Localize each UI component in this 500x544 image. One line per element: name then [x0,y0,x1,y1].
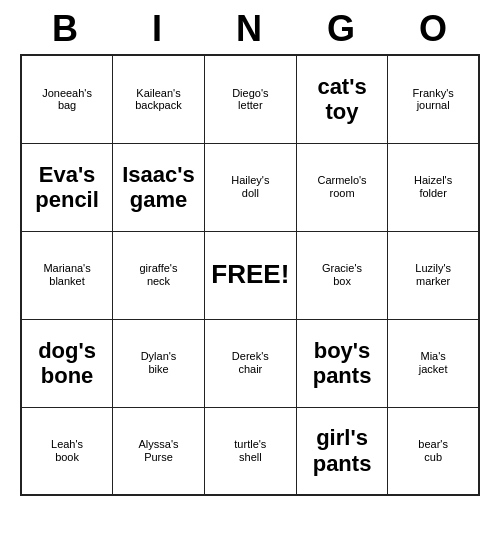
cell-r1-c3: Carmelo'sroom [296,143,388,231]
cell-r3-c1: Dylan'sbike [113,319,205,407]
cell-r2-c0: Mariana'sblanket [21,231,113,319]
cell-r4-c2: turtle'sshell [204,407,296,495]
cell-r4-c3: girl'spants [296,407,388,495]
bingo-title: BINGO [20,0,480,54]
cell-r0-c0: Joneeah'sbag [21,55,113,143]
cell-r0-c4: Franky'sjournal [388,55,479,143]
cell-r3-c2: Derek'schair [204,319,296,407]
cell-r4-c0: Leah'sbook [21,407,113,495]
cell-r2-c4: Luzily'smarker [388,231,479,319]
cell-r1-c2: Hailey'sdoll [204,143,296,231]
cell-r1-c4: Haizel'sfolder [388,143,479,231]
cell-r2-c1: giraffe'sneck [113,231,205,319]
cell-r4-c4: bear'scub [388,407,479,495]
cell-r2-c3: Gracie'sbox [296,231,388,319]
cell-r4-c1: Alyssa'sPurse [113,407,205,495]
bingo-grid: Joneeah'sbagKailean'sbackpackDiego'slett… [20,54,480,496]
cell-r0-c3: cat'stoy [296,55,388,143]
cell-r0-c1: Kailean'sbackpack [113,55,205,143]
bingo-letter: N [210,8,290,50]
bingo-letter: G [302,8,382,50]
cell-r3-c3: boy'spants [296,319,388,407]
cell-r1-c1: Isaac'sgame [113,143,205,231]
bingo-letter: I [118,8,198,50]
bingo-letter: O [394,8,474,50]
cell-r1-c0: Eva'spencil [21,143,113,231]
cell-r2-c2: FREE! [204,231,296,319]
cell-r3-c0: dog'sbone [21,319,113,407]
cell-r0-c2: Diego'sletter [204,55,296,143]
bingo-letter: B [26,8,106,50]
cell-r3-c4: Mia'sjacket [388,319,479,407]
